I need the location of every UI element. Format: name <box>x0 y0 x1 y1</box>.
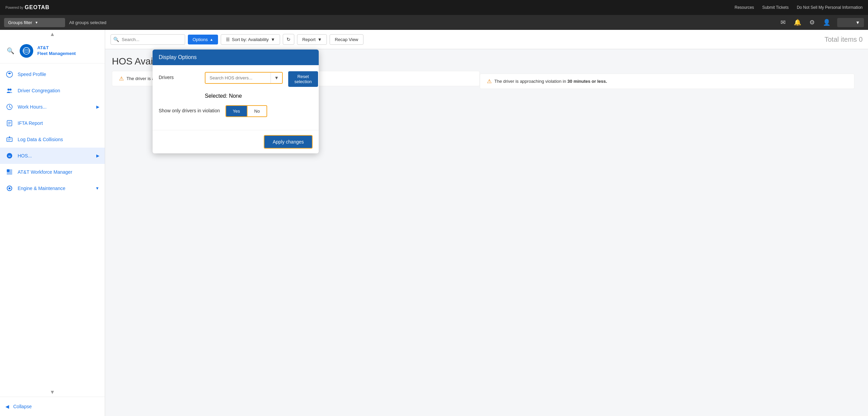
user-dropdown-arrow-icon: ▼ <box>855 20 860 25</box>
sort-dropdown-icon: ▼ <box>271 37 275 42</box>
user-account-button[interactable]: ▼ <box>837 18 864 27</box>
log-data-icon <box>5 135 14 144</box>
svg-point-5 <box>9 89 12 91</box>
work-hours-expand-icon: ▶ <box>96 105 99 109</box>
submit-tickets-link[interactable]: Submit Tickets <box>762 5 789 10</box>
sidebar-company-name: AT&T Fleet Management <box>37 45 76 57</box>
driver-search-wrap: ▼ <box>205 72 283 84</box>
sidebar-item-log-data[interactable]: Log Data & Collisions <box>0 131 105 148</box>
selected-text: Selected: None <box>205 93 242 99</box>
att-workforce-icon <box>5 168 14 176</box>
search-input[interactable] <box>111 34 185 45</box>
user-icon-button[interactable]: 👤 <box>822 17 832 27</box>
collapse-button[interactable]: ◀ Collapse <box>0 400 105 413</box>
drivers-control: ▼ <box>205 72 283 84</box>
report-label: Report <box>302 37 315 42</box>
options-button[interactable]: Options ▲ <box>188 35 218 44</box>
sidebar-item-engine-maintenance[interactable]: Engine & Maintenance ▼ <box>0 180 105 196</box>
log-data-label: Log Data & Collisions <box>18 137 63 142</box>
sidebar-item-work-hours[interactable]: Work Hours... ▶ <box>0 99 105 115</box>
no-toggle-button[interactable]: No <box>248 105 268 117</box>
panel-footer: Apply changes <box>153 130 319 153</box>
toggle-group: Yes No <box>225 105 268 117</box>
sort-label: Sort by: Availability <box>232 37 269 42</box>
att-logo-circle <box>20 44 33 58</box>
brand-name: GEOTAB <box>25 4 50 11</box>
mail-icon-button[interactable]: ✉ <box>779 17 787 27</box>
brand-area: Powered by GEOTAB <box>5 4 50 11</box>
total-items-text: Total items 0 <box>825 36 863 43</box>
driver-congregation-label: Driver Congregation <box>18 88 60 93</box>
do-not-sell-link[interactable]: Do Not Sell My Personal Information <box>797 5 863 10</box>
driver-search-dropdown-button[interactable]: ▼ <box>271 73 282 83</box>
collapse-label: Collapse <box>13 404 32 409</box>
hos-icon: H <box>5 152 14 160</box>
options-arrow-icon: ▲ <box>210 38 213 41</box>
svg-point-4 <box>7 89 9 91</box>
groups-filter-label: Groups filter <box>8 20 32 25</box>
settings-icon-button[interactable]: ⚙ <box>808 17 816 27</box>
ifta-report-label: IFTA Report <box>18 120 43 126</box>
user-name <box>841 20 853 25</box>
violation-row: Show only drivers in violation Yes No <box>159 105 313 117</box>
groups-filter-button[interactable]: Groups filter ▼ <box>4 18 65 27</box>
sidebar-item-driver-congregation[interactable]: Driver Congregation <box>0 82 105 99</box>
drivers-row: Drivers ▼ Reset selection <box>159 72 313 87</box>
sort-icon: ☰ <box>226 37 230 42</box>
refresh-button[interactable]: ↻ <box>283 34 294 45</box>
sidebar-header: 🔍 AT&T Fleet Management <box>0 39 105 63</box>
panel-title: Display Options <box>159 54 197 60</box>
warning-icon-left: ⚠ <box>119 75 124 82</box>
all-groups-selected-text: All groups selected <box>69 20 106 25</box>
sidebar-search-button[interactable]: 🔍 <box>5 46 16 56</box>
content-toolbar: 🔍 Options ▲ ☰ Sort by: Availability ▼ ↻ … <box>105 30 868 49</box>
sidebar-item-hos[interactable]: H HOS... ▶ <box>0 148 105 164</box>
top-nav-links: Resources Submit Tickets Do Not Sell My … <box>735 5 863 10</box>
drivers-label: Drivers <box>159 72 199 80</box>
panel-body: Drivers ▼ Reset selection Selected: None <box>153 65 319 130</box>
main-layout: ▲ 🔍 AT&T Fleet Management Speed Prof <box>0 30 868 416</box>
groups-filter-arrow-icon: ▼ <box>35 21 38 24</box>
driver-congregation-icon <box>5 87 14 95</box>
search-wrap: 🔍 <box>111 34 185 45</box>
svg-rect-17 <box>7 169 9 172</box>
yes-toggle-button[interactable]: Yes <box>225 105 248 117</box>
driver-search-input[interactable] <box>205 73 271 83</box>
att-workforce-label: AT&T Workforce Manager <box>18 169 72 175</box>
svg-rect-19 <box>7 172 9 175</box>
sidebar-scroll-down[interactable]: ▼ <box>0 388 105 397</box>
sidebar-item-ifta-report[interactable]: IFTA Report <box>0 115 105 131</box>
sidebar-nav: Speed Profile Driver Congregation Work H… <box>0 63 105 388</box>
svg-rect-18 <box>9 169 12 172</box>
filter-bar-right: ✉ 🔔 ⚙ 👤 ▼ <box>779 17 864 27</box>
report-button[interactable]: Report ▼ <box>297 34 327 45</box>
sidebar-item-att-workforce[interactable]: AT&T Workforce Manager <box>0 164 105 180</box>
display-options-panel: Display Options Drivers ▼ Reset selectio… <box>153 50 319 153</box>
ifta-report-icon <box>5 119 14 127</box>
sidebar-company-line1: AT&T <box>37 45 76 51</box>
recap-view-label: Recap View <box>335 37 358 42</box>
collapse-arrow-icon: ◀ <box>5 404 9 409</box>
svg-text:H: H <box>8 155 11 158</box>
sidebar-scroll-up[interactable]: ▲ <box>0 30 105 39</box>
sort-button[interactable]: ☰ Sort by: Availability ▼ <box>221 34 280 45</box>
work-hours-icon <box>5 103 14 111</box>
sidebar-item-speed-profile[interactable]: Speed Profile <box>0 66 105 82</box>
panel-header: Display Options <box>153 50 319 65</box>
recap-view-button[interactable]: Recap View <box>330 34 363 45</box>
show-only-label: Show only drivers in violation <box>159 105 220 113</box>
svg-rect-20 <box>9 172 12 175</box>
bell-icon-button[interactable]: 🔔 <box>792 17 803 27</box>
resources-link[interactable]: Resources <box>735 5 754 10</box>
reset-selection-button[interactable]: Reset selection <box>288 71 318 87</box>
sidebar: ▲ 🔍 AT&T Fleet Management Speed Prof <box>0 30 105 416</box>
warning-bar-right: ⚠ The driver is approaching violation in… <box>480 74 854 89</box>
speed-profile-icon <box>5 70 14 78</box>
speed-profile-label: Speed Profile <box>18 72 46 77</box>
hos-expand-icon: ▶ <box>96 153 99 158</box>
geotab-logo: Powered by GEOTAB <box>5 4 50 11</box>
options-label: Options <box>193 37 208 42</box>
selected-text-row: Selected: None <box>159 93 313 99</box>
apply-changes-button[interactable]: Apply changes <box>264 135 313 149</box>
svg-point-14 <box>9 136 10 138</box>
